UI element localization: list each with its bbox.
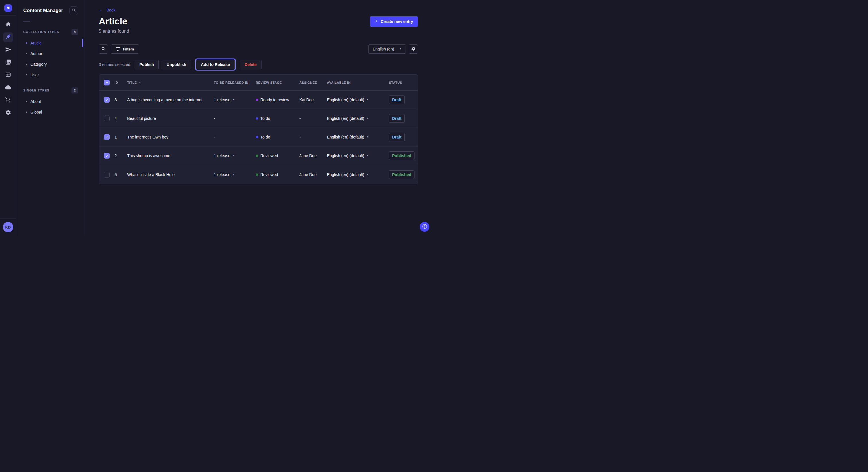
publish-button[interactable]: Publish xyxy=(135,60,159,69)
review-stage-cell: To do xyxy=(252,135,296,139)
row-id-cell: 4 xyxy=(115,116,127,121)
section-label: COLLECTION TYPES xyxy=(23,30,59,34)
sidebar-item-about[interactable]: About xyxy=(17,96,83,107)
search-icon xyxy=(72,8,76,13)
status-badge: Published xyxy=(389,170,414,179)
images-icon xyxy=(5,59,11,66)
rail-item-cloud[interactable] xyxy=(3,83,13,93)
table-row[interactable]: 2This shrimp is awesome1 release▼Reviewe… xyxy=(99,146,417,165)
table-header-row: ID TITLE ▲ TO BE RELEASED IN REVIEW STAG… xyxy=(99,74,417,91)
delete-button[interactable]: Delete xyxy=(240,60,261,69)
column-header-assignee[interactable]: ASSIGNEE xyxy=(296,81,323,84)
review-stage-cell: Reviewed xyxy=(252,154,296,158)
search-entries-button[interactable] xyxy=(99,44,108,54)
row-checkbox[interactable] xyxy=(104,172,110,177)
release-dropdown[interactable]: 1 release▼ xyxy=(210,154,252,158)
locale-dropdown[interactable]: English (en) (default)▼ xyxy=(323,135,385,139)
rail-item-releases[interactable] xyxy=(3,45,13,55)
sidebar-section: COLLECTION TYPES4ArticleAuthorCategoryUs… xyxy=(17,28,83,80)
create-new-entry-button[interactable]: + Create new entry xyxy=(370,16,418,27)
stage-dot-icon xyxy=(256,136,258,138)
entries-count: 5 entries found xyxy=(99,29,418,34)
row-checkbox[interactable] xyxy=(104,115,110,121)
sidebar-item-user[interactable]: User xyxy=(17,69,83,80)
locale-dropdown[interactable]: English (en) (default)▼ xyxy=(323,154,385,158)
chevron-down-icon: ▼ xyxy=(367,99,369,101)
release-cell: - xyxy=(210,135,252,139)
row-title-cell: The internet's Own boy xyxy=(127,135,210,139)
main-content: ← Back Article + Create new entry 5 entr… xyxy=(83,0,434,236)
sidebar-item-global[interactable]: Global xyxy=(17,107,83,117)
rail-item-marketplace[interactable] xyxy=(3,96,13,105)
filters-button[interactable]: Filters xyxy=(111,44,139,54)
release-dropdown[interactable]: 1 release▼ xyxy=(210,98,252,102)
chevron-down-icon: ▼ xyxy=(367,136,369,138)
view-settings-button[interactable] xyxy=(409,44,418,54)
sidebar-item-label: Article xyxy=(30,41,42,45)
release-cell: - xyxy=(210,116,252,121)
strapi-logo[interactable] xyxy=(4,4,12,12)
status-badge: Draft xyxy=(389,96,405,104)
sidebar-section: SINGLE TYPES2AboutGlobal xyxy=(17,87,83,117)
back-link[interactable]: ← Back xyxy=(99,7,115,12)
locale-dropdown[interactable]: English (en) (default)▼ xyxy=(323,116,385,121)
assignee-cell: Kai Doe xyxy=(296,98,323,102)
locale-select[interactable]: English (en) ▼ xyxy=(368,44,406,54)
status-cell: Draft xyxy=(385,133,417,141)
table-row[interactable]: 5What's inside a Black Hole1 release▼Rev… xyxy=(99,165,417,184)
sidebar-item-author[interactable]: Author xyxy=(17,48,83,59)
table-row[interactable]: 4Beautiful picture-To do-English (en) (d… xyxy=(99,109,417,128)
filters-label: Filters xyxy=(123,47,134,51)
rail-item-settings[interactable] xyxy=(3,108,13,118)
unpublish-button[interactable]: Unpublish xyxy=(162,60,191,69)
column-header-available-in[interactable]: AVAILABLE IN xyxy=(323,81,385,84)
assignee-cell: Jane Doe xyxy=(296,154,323,158)
column-header-id[interactable]: ID xyxy=(115,81,127,84)
filter-icon xyxy=(116,47,120,51)
section-label: SINGLE TYPES xyxy=(23,89,50,92)
sidebar-item-label: Category xyxy=(30,62,47,67)
locale-dropdown[interactable]: English (en) (default)▼ xyxy=(323,98,385,102)
help-button[interactable] xyxy=(420,222,429,232)
chevron-down-icon: ▼ xyxy=(367,155,369,157)
status-badge: Published xyxy=(389,151,414,160)
section-count-badge: 2 xyxy=(71,88,78,94)
row-title-cell: What's inside a Black Hole xyxy=(127,172,210,177)
chevron-down-icon: ▼ xyxy=(367,117,369,120)
row-checkbox[interactable] xyxy=(104,153,110,159)
rail-item-content-type-builder[interactable] xyxy=(3,70,13,80)
row-checkbox[interactable] xyxy=(104,97,110,103)
create-new-entry-label: Create new entry xyxy=(381,19,413,24)
table-row[interactable]: 1The internet's Own boy-To do-English (e… xyxy=(99,128,417,146)
row-checkbox[interactable] xyxy=(104,134,110,140)
user-avatar[interactable]: KD xyxy=(3,222,13,232)
table-row[interactable]: 3A bug is becoming a meme on the interne… xyxy=(99,91,417,109)
bullet-icon xyxy=(26,42,27,43)
select-all-checkbox[interactable] xyxy=(104,80,110,86)
selection-summary: 3 entries selected xyxy=(99,62,130,67)
sidebar-item-category[interactable]: Category xyxy=(17,59,83,69)
entries-table: ID TITLE ▲ TO BE RELEASED IN REVIEW STAG… xyxy=(99,74,418,184)
column-header-title[interactable]: TITLE ▲ xyxy=(127,81,210,84)
locale-dropdown[interactable]: English (en) (default)▼ xyxy=(323,172,385,177)
bullet-icon xyxy=(26,111,27,113)
add-to-release-button[interactable]: Add to Release xyxy=(196,60,235,69)
row-title-cell: A bug is becoming a meme on the internet xyxy=(127,98,210,102)
rail-item-media-library[interactable] xyxy=(3,58,13,67)
sidebar-item-article[interactable]: Article xyxy=(17,38,83,48)
column-header-to-be-released-in[interactable]: TO BE RELEASED IN xyxy=(210,81,252,84)
row-title-cell: Beautiful picture xyxy=(127,116,210,121)
sidebar-search-button[interactable] xyxy=(69,6,78,15)
bullet-icon xyxy=(26,74,27,75)
column-header-status[interactable]: STATUS xyxy=(385,81,417,84)
review-stage-cell: Ready to review xyxy=(252,98,296,102)
locale-value: English (en) xyxy=(373,47,394,51)
assignee-cell: - xyxy=(296,116,323,121)
rail-item-content-manager[interactable] xyxy=(3,32,13,42)
assignee-cell: - xyxy=(296,135,323,139)
sidebar-sections: COLLECTION TYPES4ArticleAuthorCategoryUs… xyxy=(17,28,83,117)
release-dropdown[interactable]: 1 release▼ xyxy=(210,172,252,177)
column-header-review-stage[interactable]: REVIEW STAGE xyxy=(252,81,296,84)
rail-item-home[interactable] xyxy=(3,20,13,30)
stage-dot-icon xyxy=(256,99,258,101)
